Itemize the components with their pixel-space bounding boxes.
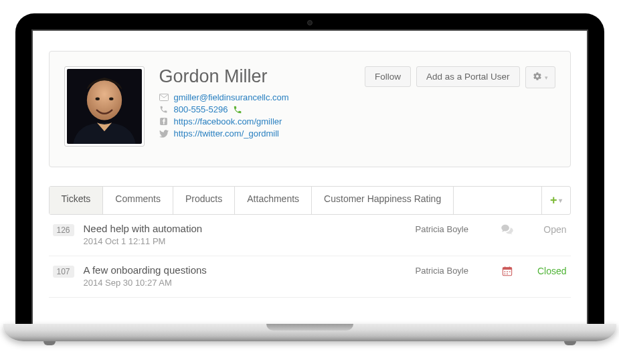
svg-rect-8 bbox=[505, 266, 505, 268]
ticket-assignee: Patricia Boyle bbox=[416, 264, 489, 276]
tabs-bar: TicketsCommentsProductsAttachmentsCustom… bbox=[49, 186, 571, 215]
profile-name: Gordon Miller bbox=[159, 66, 350, 87]
email-link[interactable]: gmiller@fieldinsurancellc.com bbox=[174, 92, 289, 102]
phone-icon bbox=[159, 105, 169, 114]
ticket-date: 2014 Oct 1 12:11 PM bbox=[84, 236, 406, 246]
ticket-id-badge: 107 bbox=[53, 266, 74, 278]
laptop-camera bbox=[307, 20, 313, 25]
calendar-icon bbox=[499, 264, 516, 276]
contact-phone-row: 800-555-5296 bbox=[159, 104, 350, 114]
add-portal-user-button[interactable]: Add as a Portal User bbox=[416, 66, 520, 87]
svg-point-2 bbox=[95, 98, 99, 100]
tab-comments[interactable]: Comments bbox=[103, 187, 173, 214]
svg-rect-10 bbox=[504, 271, 505, 272]
svg-rect-14 bbox=[507, 273, 508, 274]
avatar-container bbox=[64, 66, 145, 147]
tab-attachments[interactable]: Attachments bbox=[235, 187, 312, 214]
ticket-row[interactable]: 107A few onboarding questions2014 Sep 30… bbox=[49, 256, 571, 298]
profile-card: Gordon Miller gmiller@fieldinsurancellc.… bbox=[49, 51, 571, 167]
gear-icon bbox=[533, 72, 542, 83]
ticket-main: A few onboarding questions2014 Sep 30 10… bbox=[84, 264, 406, 288]
profile-actions: Follow Add as a Portal User ▾ bbox=[365, 66, 555, 88]
tab-customer-happiness-rating[interactable]: Customer Happiness Rating bbox=[312, 187, 454, 214]
ticket-date: 2014 Sep 30 10:27 AM bbox=[84, 278, 406, 288]
ticket-title: A few onboarding questions bbox=[84, 264, 406, 276]
avatar-image bbox=[67, 69, 142, 144]
app-viewport: Gordon Miller gmiller@fieldinsurancellc.… bbox=[31, 29, 588, 324]
svg-rect-11 bbox=[507, 271, 508, 272]
laptop-base bbox=[3, 324, 616, 341]
ticket-id-badge: 126 bbox=[53, 224, 74, 236]
tab-products[interactable]: Products bbox=[173, 187, 235, 214]
contact-facebook-row: https://facebook.com/gmiller bbox=[159, 116, 350, 126]
chevron-down-icon: ▾ bbox=[559, 197, 562, 204]
tabs-spacer bbox=[454, 187, 541, 214]
ticket-list: 126Need help with automation2014 Oct 1 1… bbox=[49, 215, 571, 298]
svg-rect-9 bbox=[509, 266, 509, 268]
ticket-status: Closed bbox=[525, 264, 567, 276]
svg-point-3 bbox=[109, 98, 113, 100]
call-icon[interactable] bbox=[233, 105, 242, 114]
svg-rect-13 bbox=[504, 273, 505, 274]
profile-main: Gordon Miller gmiller@fieldinsurancellc.… bbox=[159, 66, 350, 141]
settings-menu-button[interactable]: ▾ bbox=[525, 66, 555, 88]
ticket-title: Need help with automation bbox=[84, 223, 406, 234]
add-tab-button[interactable]: + ▾ bbox=[541, 187, 570, 214]
ticket-status: Open bbox=[525, 223, 567, 235]
twitter-icon bbox=[159, 129, 169, 139]
contact-twitter-row: https://twitter.com/_gordmill bbox=[159, 128, 350, 139]
twitter-link[interactable]: https://twitter.com/_gordmill bbox=[174, 128, 280, 139]
ticket-assignee: Patricia Boyle bbox=[416, 223, 489, 234]
facebook-link[interactable]: https://facebook.com/gmiller bbox=[174, 116, 282, 126]
contact-email-row: gmiller@fieldinsurancellc.com bbox=[159, 92, 350, 102]
facebook-icon bbox=[159, 117, 169, 126]
laptop-mockup: Gordon Miller gmiller@fieldinsurancellc.… bbox=[15, 13, 604, 341]
svg-rect-12 bbox=[509, 271, 510, 272]
plus-icon: + bbox=[550, 193, 557, 207]
chat-icon bbox=[499, 223, 516, 235]
ticket-main: Need help with automation2014 Oct 1 12:1… bbox=[84, 223, 406, 246]
svg-rect-7 bbox=[503, 268, 511, 270]
avatar[interactable] bbox=[64, 66, 145, 147]
tab-tickets[interactable]: Tickets bbox=[50, 187, 104, 214]
laptop-bezel: Gordon Miller gmiller@fieldinsurancellc.… bbox=[15, 13, 604, 324]
chevron-down-icon: ▾ bbox=[545, 74, 548, 81]
mail-icon bbox=[159, 93, 169, 102]
ticket-row[interactable]: 126Need help with automation2014 Oct 1 1… bbox=[49, 215, 571, 256]
follow-button[interactable]: Follow bbox=[365, 66, 411, 87]
laptop-hinge-notch bbox=[266, 324, 353, 331]
phone-link[interactable]: 800-555-5296 bbox=[174, 104, 228, 114]
